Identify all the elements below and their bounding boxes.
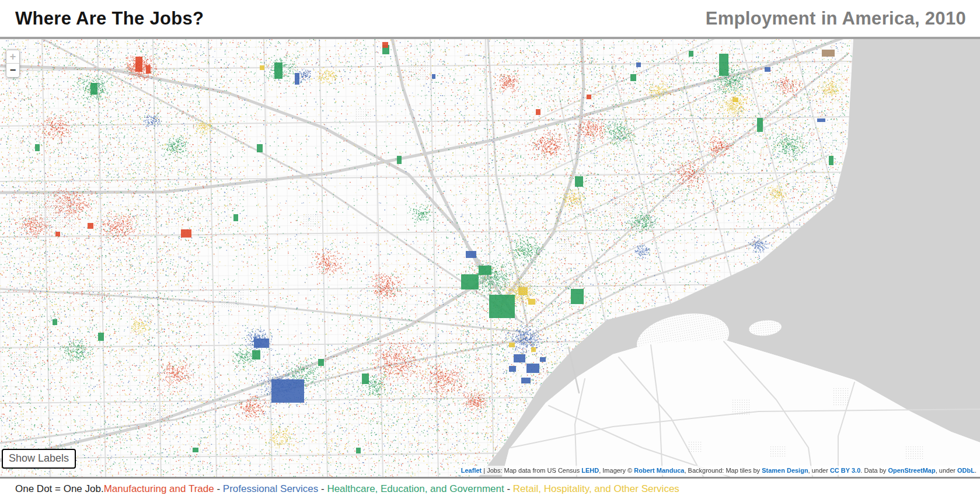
attribution-text: , Background: Map tiles by: [684, 467, 762, 474]
show-labels-button[interactable]: Show Labels: [2, 449, 76, 469]
page-title: Where Are The Jobs?: [15, 8, 204, 29]
attribution-link[interactable]: Stamen Design: [762, 467, 808, 474]
page: Where Are The Jobs? Employment in Americ…: [0, 0, 980, 499]
legend-categories: Manufacturing and Trade - Professional S…: [104, 483, 679, 495]
attribution-link[interactable]: Leaflet: [461, 467, 482, 474]
attribution-text: , under: [808, 467, 830, 474]
legend-separator: -: [214, 483, 223, 494]
attribution-link[interactable]: OpenStreetMap: [888, 467, 935, 474]
attribution-text: , Imagery ©: [599, 467, 634, 474]
legend-category: Retail, Hospitality, and Other Services: [513, 483, 679, 494]
zoom-out-button[interactable]: −: [6, 64, 19, 77]
attribution-link[interactable]: CC BY 3.0: [830, 467, 860, 474]
map-attribution: Leaflet | Jobs: Map data from US Census …: [458, 466, 980, 475]
attribution-text: | Jobs: Map data from US Census: [482, 467, 581, 474]
attribution-text: .: [975, 467, 976, 474]
attribution-text: . Data by: [860, 467, 888, 474]
legend-category: Manufacturing and Trade: [104, 483, 214, 494]
legend-separator: -: [504, 483, 513, 494]
attribution-text: , under: [936, 467, 957, 474]
attribution-link[interactable]: Robert Manduca: [634, 467, 684, 474]
legend-separator: -: [318, 483, 327, 494]
zoom-in-button[interactable]: +: [6, 50, 19, 64]
legend-category: Healthcare, Education, and Government: [327, 483, 504, 494]
legend-bar: One Dot = One Job. Manufacturing and Tra…: [0, 477, 980, 499]
legend-intro: One Dot = One Job.: [15, 483, 104, 495]
legend-category: Professional Services: [223, 483, 318, 494]
attribution-link[interactable]: LEHD: [581, 467, 599, 474]
map-canvas[interactable]: [0, 39, 980, 477]
map-viewport: + − Show Labels Leaflet | Jobs: Map data…: [0, 39, 980, 477]
attribution-link[interactable]: ODbL: [957, 467, 975, 474]
page-subtitle: Employment in America, 2010: [706, 8, 966, 29]
zoom-control: + −: [6, 50, 20, 78]
header: Where Are The Jobs? Employment in Americ…: [0, 0, 980, 37]
